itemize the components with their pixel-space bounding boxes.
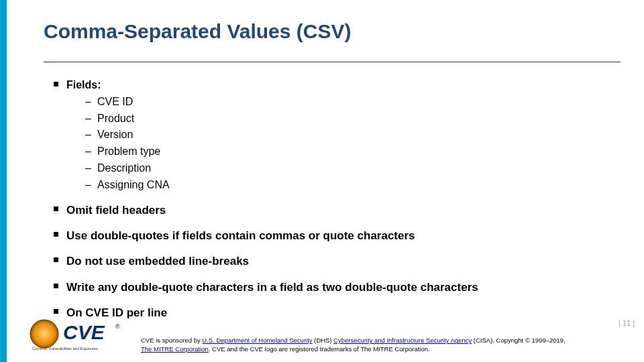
svg-text:®: ® [115, 323, 120, 330]
bullet-double-quotes: Use double-quotes if fields contain comm… [54, 227, 624, 245]
footer-text: (DHS) [313, 337, 334, 344]
field-item: Assigning CNA [97, 177, 170, 194]
footer-text: CVE is sponsored by [141, 337, 202, 344]
dash-icon: – [85, 177, 97, 194]
sub-item: –CVE ID [85, 94, 170, 111]
slide-body: Comma-Separated Values (CSV) Fields: –CV… [7, 0, 644, 362]
dash-icon: – [85, 111, 97, 127]
bullet-text: Do not use embedded line-breaks [66, 253, 249, 270]
square-bullet-icon [54, 257, 58, 262]
square-bullet-icon [54, 232, 58, 237]
sub-item: –Version [85, 127, 170, 143]
dash-icon: – [85, 160, 97, 177]
cisa-link[interactable]: Cybersecurity and Infrastructure Securit… [333, 337, 472, 344]
fields-sublist: –CVE ID –Product –Version –Problem type … [85, 94, 170, 194]
cve-logo: CVE ® Common Vulnerabilities and Exposur… [27, 316, 121, 353]
square-bullet-icon [54, 82, 58, 86]
footer: CVE ® Common Vulnerabilities and Exposur… [7, 314, 644, 362]
square-bullet-icon [54, 206, 58, 211]
field-item: Problem type [97, 143, 160, 160]
bullet-escape-quotes: Write any double-quote characters in a f… [54, 279, 624, 296]
mitre-link[interactable]: The MITRE Corporation [141, 345, 209, 353]
footer-text: (CISA). Copyright © 1999–2019, [472, 337, 566, 344]
sub-item: –Problem type [85, 143, 170, 160]
dash-icon: – [85, 127, 97, 143]
content-area: Fields: –CVE ID –Product –Version –Probl… [54, 77, 624, 322]
bullet-text: Use double-quotes if fields contain comm… [66, 227, 415, 245]
bullet-no-linebreaks: Do not use embedded line-breaks [54, 253, 624, 270]
field-item: Product [97, 111, 134, 127]
sub-item: –Product [85, 111, 170, 127]
bullet-text: Omit field headers [66, 202, 166, 219]
page-number: | 11 | [619, 319, 635, 327]
bullet-text: Write any double-quote characters in a f… [66, 279, 478, 296]
field-item: Version [97, 127, 133, 143]
svg-text:CVE: CVE [63, 321, 105, 343]
square-bullet-icon [54, 309, 58, 314]
field-item: CVE ID [97, 94, 133, 111]
footer-text: . CVE and the CVE logo are registered tr… [209, 345, 430, 353]
bullet-omit-headers: Omit field headers [54, 202, 624, 219]
dhs-link[interactable]: U.S. Department of Homeland Security [202, 337, 312, 344]
sub-item: –Description [85, 160, 170, 177]
footer-copyright: CVE is sponsored by U.S. Department of H… [141, 337, 635, 354]
dash-icon: – [85, 94, 97, 111]
svg-text:Common Vulnerabilities and Exp: Common Vulnerabilities and Exposures [32, 347, 98, 351]
square-bullet-icon [54, 284, 58, 288]
fields-label: Fields: [66, 77, 170, 94]
page-title: Comma-Separated Values (CSV) [44, 20, 351, 43]
bullet-fields: Fields: –CVE ID –Product –Version –Probl… [54, 77, 624, 194]
title-divider [44, 62, 621, 62]
sub-item: –Assigning CNA [85, 177, 170, 194]
field-item: Description [97, 160, 151, 177]
accent-bar [0, 0, 7, 362]
dash-icon: – [85, 143, 97, 160]
